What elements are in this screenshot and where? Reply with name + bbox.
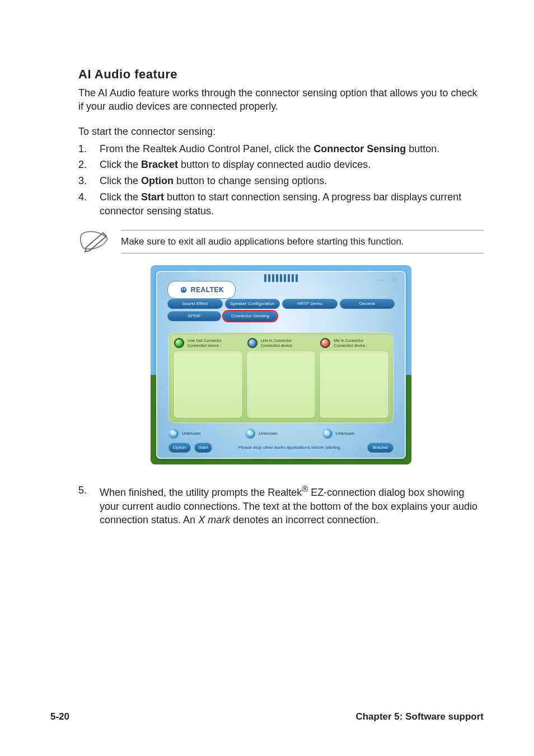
- pencil-note-icon: [78, 228, 110, 255]
- connector-title: Line Out Connector: [188, 338, 222, 343]
- drag-grip-icon[interactable]: [264, 274, 298, 282]
- app-panel: — ✕ REALTEK Sound Effect Speaker Configu…: [156, 271, 406, 459]
- svg-point-0: [181, 287, 187, 293]
- refresh-icon[interactable]: ↻: [322, 429, 332, 439]
- step-text: Click the Bracket button to display conn…: [100, 158, 484, 172]
- step-number: 4.: [78, 190, 90, 218]
- step-item: 3. Click the Option button to change sen…: [78, 174, 484, 188]
- connector-title: Mic In Connector: [334, 338, 367, 343]
- tab-connector-sensing[interactable]: Connector Sensing: [223, 311, 277, 321]
- tab-spdif[interactable]: SPDIF: [167, 311, 221, 321]
- tab-hrtf-demo[interactable]: HRTF Demo: [282, 299, 338, 309]
- bottom-message: Please stop other audio applications bef…: [216, 445, 363, 450]
- tab-bar: Sound Effect Speaker Configuration HRTF …: [167, 299, 395, 322]
- svg-point-1: [182, 288, 184, 290]
- svg-point-2: [184, 288, 186, 290]
- steps-list-cont: 5. When finished, the utility prompts th…: [78, 483, 484, 527]
- realtek-screenshot: — ✕ REALTEK Sound Effect Speaker Configu…: [151, 265, 411, 464]
- jack-green-icon: [174, 338, 184, 348]
- page-footer: 5-20 Chapter 5: Software support: [50, 711, 484, 722]
- connector-title: Line In Connector: [261, 338, 294, 343]
- crab-icon: [179, 285, 188, 294]
- step-number: 5.: [78, 483, 90, 527]
- bracket-button[interactable]: Bracket: [367, 443, 394, 453]
- connector-canvas: [247, 351, 315, 417]
- bottom-bar: Option Start Please stop other audio app…: [168, 441, 394, 454]
- step-item: 1. From the Realtek Audio Control Panel,…: [78, 142, 484, 156]
- step-text: Click the Option button to change sensin…: [100, 174, 484, 188]
- close-icon[interactable]: ✕: [391, 275, 398, 284]
- unknown-label: Unknown: [182, 431, 200, 436]
- step-item: 4. Click the Start button to start conne…: [78, 190, 484, 218]
- connector-subtitle: Connected device :: [261, 343, 294, 348]
- connector-subtitle: Connected device :: [334, 343, 367, 348]
- option-button[interactable]: Option: [168, 443, 191, 453]
- section-heading: AI Audio feature: [78, 67, 484, 82]
- connector-canvas: [320, 351, 388, 417]
- step-text: Click the Start button to start connecti…: [100, 190, 484, 218]
- steps-list: 1. From the Realtek Audio Control Panel,…: [78, 142, 484, 218]
- refresh-icon[interactable]: ↻: [168, 429, 179, 439]
- intro-paragraph: The AI Audio feature works through the c…: [78, 86, 484, 114]
- step-number: 1.: [78, 142, 90, 156]
- jack-blue-icon: [247, 338, 257, 348]
- unknown-label: Unknown: [259, 431, 277, 436]
- connector-canvas: [174, 351, 242, 417]
- note-callout: Make sure to exit all audio applications…: [78, 228, 484, 255]
- connector-area: Line Out Connector Connected device : Li…: [168, 332, 394, 423]
- connector-line-in: Line In Connector Connected device :: [247, 338, 315, 417]
- unknown-item: ↻ Unknown: [168, 429, 240, 439]
- step-text: From the Realtek Audio Control Panel, cl…: [100, 142, 484, 156]
- connector-mic-in: Mic In Connector Connected device :: [320, 338, 388, 417]
- step-text: When finished, the utility prompts the R…: [100, 483, 484, 527]
- tab-speaker-config[interactable]: Speaker Configuration: [225, 299, 280, 309]
- connector-subtitle: Connected device :: [188, 343, 222, 348]
- step-number: 2.: [78, 158, 90, 172]
- unknown-item: ↻ Unknown: [322, 429, 394, 439]
- step-item: 2. Click the Bracket button to display c…: [78, 158, 484, 172]
- realtek-logo: REALTEK: [167, 281, 236, 299]
- unknown-item: ↻ Unknown: [245, 429, 316, 439]
- refresh-icon[interactable]: ↻: [245, 429, 255, 439]
- chapter-label: Chapter 5: Software support: [355, 711, 484, 722]
- jack-pink-icon: [320, 338, 330, 348]
- note-text: Make sure to exit all audio applications…: [121, 230, 484, 253]
- step-number: 3.: [78, 174, 90, 188]
- unknown-label: Unknown: [336, 431, 354, 436]
- step-item: 5. When finished, the utility prompts th…: [78, 483, 484, 527]
- lead-sentence: To start the connector sensing:: [78, 126, 484, 138]
- minimize-icon[interactable]: —: [378, 275, 386, 284]
- page-number: 5-20: [50, 711, 69, 722]
- unknown-row: ↻ Unknown ↻ Unknown ↻ Unknown: [168, 429, 394, 439]
- tab-sound-effect[interactable]: Sound Effect: [167, 299, 223, 309]
- connector-line-out: Line Out Connector Connected device :: [174, 338, 242, 417]
- start-button[interactable]: Start: [194, 443, 213, 453]
- tab-general[interactable]: General: [340, 299, 395, 309]
